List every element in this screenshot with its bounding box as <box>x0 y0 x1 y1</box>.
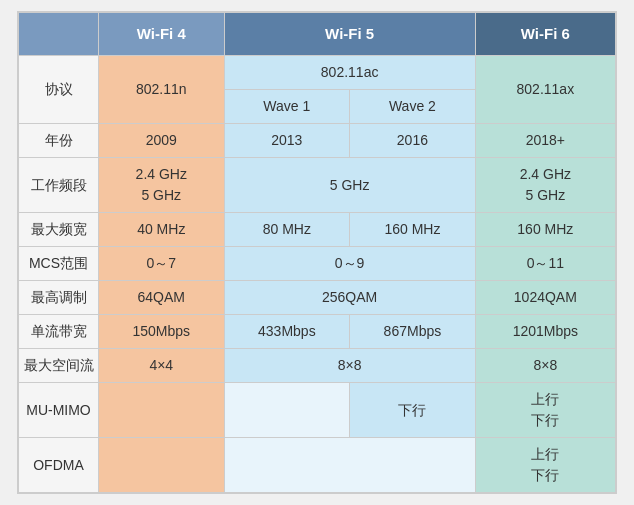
label-bandwidth: 最大频宽 <box>19 213 99 247</box>
ofdma-wifi6: 上行下行 <box>475 438 615 493</box>
year-row: 年份 2009 2013 2016 2018+ <box>19 124 616 158</box>
protocol-wifi6: 802.11ax <box>475 56 615 124</box>
spatial-wifi6: 8×8 <box>475 349 615 383</box>
stream-bw-row: 单流带宽 150Mbps 433Mbps 867Mbps 1201Mbps <box>19 315 616 349</box>
sbw-wifi6: 1201Mbps <box>475 315 615 349</box>
comparison-table: Wi-Fi 4 Wi-Fi 5 Wi-Fi 6 协议 802.11n 802.1… <box>17 11 617 495</box>
ofdma-wifi4 <box>99 438 225 493</box>
label-protocol: 协议 <box>19 56 99 124</box>
bw-wave1: 80 MHz <box>224 213 350 247</box>
label-frequency: 工作频段 <box>19 158 99 213</box>
spatial-row: 最大空间流 4×4 8×8 8×8 <box>19 349 616 383</box>
freq-wifi5: 5 GHz <box>224 158 475 213</box>
mumimo-wave1 <box>224 383 350 438</box>
sbw-wave2: 867Mbps <box>350 315 476 349</box>
bw-wifi4: 40 MHz <box>99 213 225 247</box>
header-empty <box>19 12 99 56</box>
year-wifi4: 2009 <box>99 124 225 158</box>
year-wifi6: 2018+ <box>475 124 615 158</box>
mumimo-wifi6: 上行下行 <box>475 383 615 438</box>
ofdma-row: OFDMA 上行下行 <box>19 438 616 493</box>
header-wifi5: Wi-Fi 5 <box>224 12 475 56</box>
year-wave2: 2016 <box>350 124 476 158</box>
frequency-row: 工作频段 2.4 GHz5 GHz 5 GHz 2.4 GHz5 GHz <box>19 158 616 213</box>
spatial-wifi4: 4×4 <box>99 349 225 383</box>
label-mu-mimo: MU-MIMO <box>19 383 99 438</box>
label-spatial: 最大空间流 <box>19 349 99 383</box>
mcs-wifi5: 0～9 <box>224 247 475 281</box>
protocol-wifi4: 802.11n <box>99 56 225 124</box>
wave2-label: Wave 2 <box>350 90 476 124</box>
sbw-wave1: 433Mbps <box>224 315 350 349</box>
header-wifi4: Wi-Fi 4 <box>99 12 225 56</box>
mu-mimo-row: MU-MIMO 下行 上行下行 <box>19 383 616 438</box>
mod-wifi5: 256QAM <box>224 281 475 315</box>
mcs-row: MCS范围 0～7 0～9 0～11 <box>19 247 616 281</box>
mumimo-wave2: 下行 <box>350 383 476 438</box>
wave1-label: Wave 1 <box>224 90 350 124</box>
modulation-row: 最高调制 64QAM 256QAM 1024QAM <box>19 281 616 315</box>
header-wifi6: Wi-Fi 6 <box>475 12 615 56</box>
label-ofdma: OFDMA <box>19 438 99 493</box>
ofdma-wifi5 <box>224 438 475 493</box>
protocol-wifi5-header: 802.11ac <box>224 56 475 90</box>
mumimo-wifi4 <box>99 383 225 438</box>
sbw-wifi4: 150Mbps <box>99 315 225 349</box>
freq-wifi4: 2.4 GHz5 GHz <box>99 158 225 213</box>
header-row: Wi-Fi 4 Wi-Fi 5 Wi-Fi 6 <box>19 12 616 56</box>
year-wave1: 2013 <box>224 124 350 158</box>
freq-wifi6: 2.4 GHz5 GHz <box>475 158 615 213</box>
mod-wifi4: 64QAM <box>99 281 225 315</box>
label-year: 年份 <box>19 124 99 158</box>
bandwidth-row: 最大频宽 40 MHz 80 MHz 160 MHz 160 MHz <box>19 213 616 247</box>
label-stream-bw: 单流带宽 <box>19 315 99 349</box>
label-mcs: MCS范围 <box>19 247 99 281</box>
bw-wave2: 160 MHz <box>350 213 476 247</box>
label-modulation: 最高调制 <box>19 281 99 315</box>
mod-wifi6: 1024QAM <box>475 281 615 315</box>
mcs-wifi6: 0～11 <box>475 247 615 281</box>
bw-wifi6: 160 MHz <box>475 213 615 247</box>
mcs-wifi4: 0～7 <box>99 247 225 281</box>
spatial-wifi5: 8×8 <box>224 349 475 383</box>
protocol-row: 协议 802.11n 802.11ac 802.11ax <box>19 56 616 90</box>
